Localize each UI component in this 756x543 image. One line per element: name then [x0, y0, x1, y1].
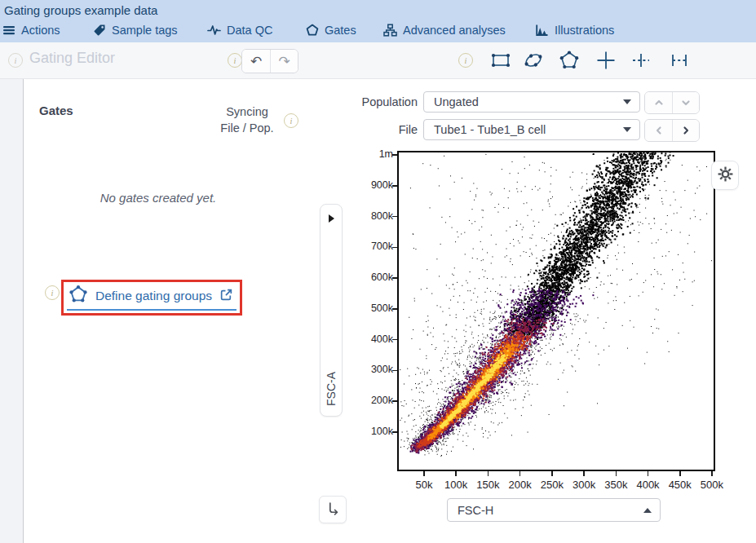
pulse-icon [207, 24, 221, 37]
chevron-down-icon [623, 99, 631, 104]
nav-tab-label: Actions [21, 24, 60, 37]
population-next-button[interactable] [672, 92, 699, 113]
nav-tab-data-qc[interactable]: Data QC [207, 22, 272, 38]
nav-tab-label: Advanced analyses [403, 24, 506, 37]
x-axis-select[interactable]: FSC-H [447, 498, 661, 522]
experiment-header: Gating groups example data ActionsSample… [0, 0, 756, 42]
y-tick-mark [392, 308, 397, 310]
no-gates-message: No gates created yet. [47, 191, 269, 205]
editor-info-icon[interactable]: i [8, 53, 23, 68]
x-tick-mark [616, 471, 617, 476]
y-tick-mark [392, 154, 397, 156]
x-tick-label: 350k [598, 479, 634, 491]
y-axis-parameter: FSC-A [325, 372, 338, 406]
population-label: Population [351, 91, 418, 113]
sitemap-icon [383, 24, 397, 37]
x-tick-mark [711, 471, 713, 476]
population-value: Ungated [434, 95, 479, 108]
nav-tab-label: Illustrations [555, 24, 614, 37]
chevron-up-icon [643, 508, 652, 513]
syncing-line2: File / Pop. [214, 120, 281, 136]
external-link-icon [219, 288, 233, 305]
experiment-title: Gating groups example data [4, 3, 157, 17]
split-gate-tool[interactable] [630, 50, 652, 71]
file-label: File [351, 119, 418, 140]
nav-tab-advanced-analyses[interactable]: Advanced analyses [383, 22, 506, 38]
x-tick-label: 50k [406, 479, 442, 491]
expand-right-icon [329, 214, 334, 223]
y-tick-mark [392, 339, 397, 341]
y-tick-label: 700k [354, 241, 393, 252]
chart-icon [535, 24, 549, 37]
x-tick-mark [648, 471, 649, 476]
y-tick-label: 500k [354, 302, 393, 314]
highlight-annotation: Define gating groups [61, 280, 242, 316]
undo-button[interactable]: ↶ [242, 50, 270, 73]
range-gate-tool[interactable] [669, 50, 690, 71]
file-prev-button[interactable] [645, 120, 672, 141]
tag-icon [93, 24, 106, 37]
population-select[interactable]: Ungated [423, 91, 640, 113]
population-stepper [644, 91, 700, 114]
x-tick-mark [455, 471, 457, 476]
population-prev-button[interactable] [645, 92, 672, 113]
gating-groups-icon [69, 285, 88, 307]
define-gating-groups-link[interactable]: Define gating groups [69, 285, 233, 307]
gate-tools-info-icon[interactable]: i [458, 53, 473, 68]
x-tick-mark [423, 471, 425, 476]
y-tick-mark [392, 370, 397, 372]
y-tick-mark [392, 247, 397, 249]
file-stepper [644, 119, 700, 142]
file-select[interactable]: Tube1 - Tube1_B cell [423, 119, 640, 140]
nav-tab-sample-tags[interactable]: Sample tags [93, 22, 178, 38]
file-next-button[interactable] [672, 120, 699, 141]
redo-button[interactable]: ↷ [270, 50, 298, 73]
y-tick-mark [392, 277, 397, 279]
y-tick-mark [392, 400, 397, 402]
y-tick-label: 200k [354, 395, 393, 406]
plot-settings-button[interactable] [711, 161, 739, 190]
y-tick-mark [392, 431, 397, 433]
history-info-icon[interactable]: i [228, 53, 242, 68]
x-tick-label: 150k [470, 479, 506, 491]
nav-tab-actions[interactable]: Actions [2, 22, 60, 38]
nav-tab-illustrations[interactable]: Illustrations [535, 22, 614, 38]
x-tick-mark [519, 471, 521, 476]
editor-title: Gating Editor [29, 50, 115, 67]
nav-tab-label: Data QC [227, 24, 272, 37]
rectangle-gate-tool[interactable] [490, 50, 511, 71]
x-tick-mark [488, 471, 489, 476]
syncing-label: Syncing File / Pop. [214, 104, 281, 136]
x-tick-label: 450k [662, 479, 698, 491]
ellipse-gate-tool[interactable] [523, 50, 544, 71]
y-tick-mark [392, 216, 397, 218]
swap-axes-button[interactable] [319, 496, 347, 523]
nav-tab-label: Gates [325, 24, 356, 37]
polygon-gate-tool[interactable] [559, 50, 580, 71]
nav-tab-gates[interactable]: Gates [306, 22, 356, 38]
x-tick-label: 250k [534, 479, 570, 491]
chevron-down-icon [623, 127, 631, 132]
x-tick-label: 400k [630, 479, 666, 491]
file-value: Tube1 - Tube1_B cell [434, 123, 546, 136]
density-scatter-canvas[interactable] [399, 152, 714, 470]
x-tick-mark [583, 471, 585, 476]
link-underline [67, 309, 237, 311]
x-tick-mark [679, 471, 681, 476]
y-axis-panel-toggle[interactable]: FSC-A [320, 204, 343, 417]
scatter-plot[interactable] [397, 151, 715, 471]
gates-panel-heading: Gates [39, 104, 73, 117]
x-axis-parameter: FSC-H [458, 504, 493, 517]
nav-tab-label: Sample tags [112, 24, 178, 37]
x-tick-label: 200k [502, 479, 538, 491]
define-gating-groups-label: Define gating groups [95, 289, 212, 303]
undo-redo-group: ↶ ↷ [241, 49, 298, 73]
x-tick-mark [551, 471, 553, 476]
syncing-info-icon[interactable]: i [284, 113, 298, 128]
quadrant-gate-tool[interactable] [595, 50, 617, 71]
x-tick-label: 500k [694, 479, 730, 491]
y-tick-mark [392, 185, 397, 187]
define-gating-info-icon[interactable]: i [45, 285, 60, 300]
x-tick-label: 300k [566, 479, 602, 491]
menu-icon [2, 24, 15, 37]
